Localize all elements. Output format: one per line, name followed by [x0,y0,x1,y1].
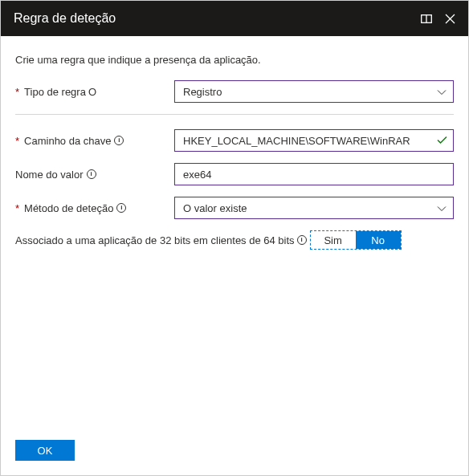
close-icon[interactable] [445,14,455,24]
required-marker: * [15,202,19,214]
detection-method-select[interactable]: O valor existe [174,197,454,219]
associated-label: Associado a uma aplicação de 32 bits em … [15,234,307,246]
key-path-label-text: Caminho da chave [24,135,111,147]
chevron-down-icon [437,86,447,98]
detection-method-control: O valor existe [174,197,454,219]
info-icon[interactable]: i [297,235,307,245]
key-path-row: * Caminho da chave i [15,129,454,152]
rule-type-select[interactable]: Registro [174,80,454,103]
associated-label-text: Associado a uma aplicação de 32 bits em … [15,234,295,246]
dialog-content: Crie uma regra que indique a presença da… [1,36,468,429]
dialog-header: Regra de deteção [1,1,468,36]
value-name-row: Nome do valor i [15,163,454,185]
rule-type-label-suffix: O [88,86,96,98]
value-name-input[interactable] [174,163,454,185]
description-text: Crie uma regra que indique a presença da… [15,54,454,66]
required-marker: * [15,135,19,147]
chevron-down-icon [437,202,447,214]
dialog-footer: OK [1,429,468,475]
value-name-control [174,163,454,185]
rule-type-row: * Tipo de regra O Registro [15,80,454,103]
info-icon[interactable]: i [116,203,126,213]
key-path-control [174,129,454,152]
value-name-label-text: Nome do valor [15,169,84,181]
rule-type-control: Registro [174,80,454,103]
detection-method-label: * Método de deteção i [15,202,174,214]
associated-toggle: Sim No [310,230,402,250]
key-path-input[interactable] [174,129,454,152]
required-marker: * [15,86,19,98]
toggle-yes[interactable]: Sim [311,231,356,249]
divider [15,114,454,115]
rule-type-value: Registro [183,86,222,98]
detection-method-value: O valor existe [183,202,247,214]
rule-type-label-text: Tipo de regra [24,86,86,98]
key-path-label: * Caminho da chave i [15,135,174,147]
associated-row: Associado a uma aplicação de 32 bits em … [15,230,454,250]
detection-method-label-text: Método de deteção [24,202,113,214]
expand-icon[interactable] [421,14,432,23]
info-icon[interactable]: i [114,136,124,145]
value-name-label: Nome do valor i [15,169,174,181]
info-icon[interactable]: i [87,169,96,179]
ok-button[interactable]: OK [15,440,75,461]
detection-method-row: * Método de deteção i O valor existe [15,197,454,219]
toggle-no[interactable]: No [356,231,401,249]
rule-type-label: * Tipo de regra O [15,86,174,98]
dialog-title: Regra de deteção [14,11,116,26]
header-actions [421,14,455,24]
